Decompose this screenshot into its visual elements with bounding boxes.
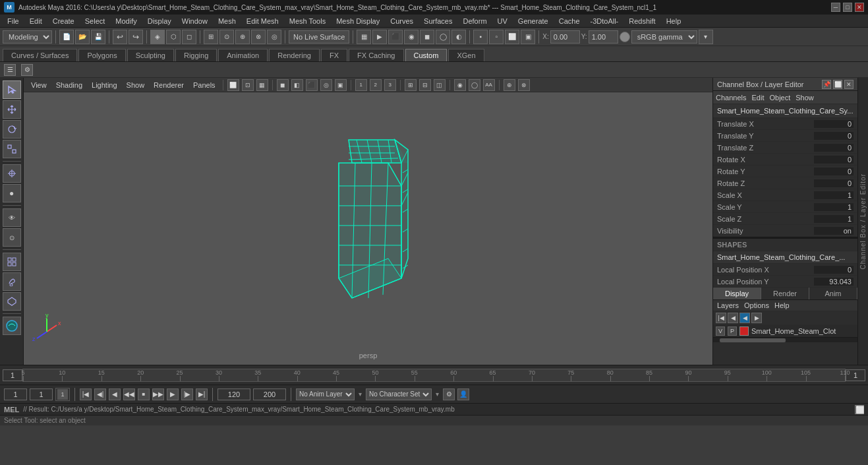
isolate-select-button[interactable]: ⊞ bbox=[405, 79, 417, 91]
wireframe-shade-button[interactable]: ⬛ bbox=[306, 79, 318, 91]
menu-3dtall[interactable]: -3DtoAll- bbox=[586, 16, 623, 26]
isolate-button[interactable]: ⊙ bbox=[3, 228, 21, 247]
paint-select-button[interactable]: ◻ bbox=[182, 30, 196, 44]
snap-grid-button[interactable]: ⊞ bbox=[204, 30, 218, 44]
max-frame-display[interactable] bbox=[253, 388, 286, 400]
anim-layer-select[interactable]: No Anim Layer bbox=[296, 388, 355, 400]
wireframe-on-shaded-button[interactable]: ◫ bbox=[434, 79, 446, 91]
viewport-menu-show[interactable]: Show bbox=[123, 81, 148, 89]
camera-filmgate-button[interactable]: ⬜ bbox=[227, 79, 239, 91]
shadow-button[interactable]: ◐ bbox=[451, 30, 466, 44]
prev-frame-button[interactable]: ◀ bbox=[109, 388, 121, 400]
channel-box-close-button[interactable]: ✕ bbox=[844, 80, 854, 89]
redo-button[interactable]: ↪ bbox=[129, 30, 143, 44]
snap-tools-button[interactable] bbox=[3, 317, 21, 335]
texture-view-button[interactable]: ▣ bbox=[335, 79, 347, 91]
minimize-button[interactable]: ─ bbox=[831, 3, 840, 12]
light-quality-button[interactable]: 1 bbox=[355, 79, 367, 91]
channel-value-scale-z[interactable] bbox=[814, 215, 854, 223]
menu-display[interactable]: Display bbox=[143, 16, 176, 26]
select-mode-button[interactable]: ◈ bbox=[150, 30, 165, 44]
play-forward-button[interactable]: ▶▶ bbox=[152, 388, 164, 400]
char-set-select[interactable]: No Character Set bbox=[366, 388, 432, 400]
display-quality-button[interactable]: 2 bbox=[370, 79, 382, 91]
viewport-menu-view[interactable]: View bbox=[28, 81, 50, 89]
attribute-editor-stripe[interactable]: Channel Box / Layer Editor bbox=[857, 78, 868, 365]
channel-value-translate-y[interactable] bbox=[814, 132, 854, 140]
lasso-select-button[interactable]: ⬡ bbox=[166, 30, 181, 44]
coord-x-input[interactable]: 0.00 bbox=[550, 30, 580, 44]
menu-file[interactable]: File bbox=[3, 16, 24, 26]
layer-playback-toggle[interactable]: P bbox=[728, 326, 737, 336]
playback-settings-button[interactable]: ⚙ bbox=[443, 388, 455, 400]
poly-tools-button[interactable] bbox=[3, 292, 21, 311]
wireframe-button[interactable]: ⬜ bbox=[505, 30, 519, 44]
animation-settings-button[interactable]: 👤 bbox=[457, 388, 469, 400]
settings-icon-gear[interactable]: ⚙ bbox=[21, 64, 33, 76]
go-start-button[interactable]: |◀ bbox=[80, 388, 92, 400]
step-back-button[interactable]: ◀| bbox=[94, 388, 106, 400]
layer-nav-add-button[interactable]: ◀ bbox=[739, 313, 750, 323]
selection-highlight-button[interactable]: ◯ bbox=[469, 79, 480, 91]
menu-uv[interactable]: UV bbox=[493, 16, 512, 26]
heads-up-display-button[interactable]: ◉ bbox=[454, 79, 466, 91]
viewport-menu-lighting[interactable]: Lighting bbox=[88, 81, 121, 89]
lp-menu-options[interactable]: Options bbox=[744, 301, 769, 309]
soft-select-button[interactable]: ● bbox=[3, 184, 21, 202]
rotate-tool-button[interactable] bbox=[3, 120, 21, 139]
workspace-select[interactable]: Modeling bbox=[3, 30, 52, 44]
step-forward-button[interactable]: |▶ bbox=[181, 388, 193, 400]
viewport-menu-panels[interactable]: Panels bbox=[190, 81, 219, 89]
menu-edit-mesh[interactable]: Edit Mesh bbox=[242, 16, 283, 26]
menu-curves[interactable]: Curves bbox=[386, 16, 418, 26]
dra-tab-anim[interactable]: Anim bbox=[809, 288, 857, 299]
tab-rigging[interactable]: Rigging bbox=[175, 49, 217, 61]
tab-custom[interactable]: Custom bbox=[405, 49, 448, 61]
component-editor-button[interactable] bbox=[3, 253, 21, 271]
color-options-button[interactable]: ▾ bbox=[699, 30, 713, 44]
menu-modify[interactable]: Modify bbox=[111, 16, 141, 26]
layer-nav-first-button[interactable]: |◀ bbox=[716, 313, 726, 323]
status-icon[interactable]: ⬜ bbox=[855, 405, 864, 414]
save-file-button[interactable]: 💾 bbox=[91, 30, 105, 44]
lp-menu-help[interactable]: Help bbox=[774, 301, 790, 309]
no-live-surface-button[interactable]: No Live Surface bbox=[289, 30, 349, 44]
tab-fx-caching[interactable]: FX Caching bbox=[349, 49, 403, 61]
tab-rendering[interactable]: Rendering bbox=[269, 49, 320, 61]
tab-polygons[interactable]: Polygons bbox=[78, 49, 125, 61]
menu-surfaces[interactable]: Surfaces bbox=[419, 16, 457, 26]
dra-tab-render[interactable]: Render bbox=[761, 288, 809, 299]
snap-view-button[interactable]: ◎ bbox=[267, 30, 281, 44]
channel-value-rotate-x[interactable] bbox=[814, 156, 854, 164]
camera-settings-button[interactable]: ⊡ bbox=[242, 79, 254, 91]
menu-mesh-tools[interactable]: Mesh Tools bbox=[285, 16, 330, 26]
menu-mesh-display[interactable]: Mesh Display bbox=[332, 16, 384, 26]
camera-button[interactable]: ◼ bbox=[420, 30, 434, 44]
show-hide-button[interactable]: 👁 bbox=[3, 208, 21, 227]
color-space-select[interactable]: sRGB gamma bbox=[631, 30, 697, 44]
tab-fx[interactable]: FX bbox=[321, 49, 347, 61]
channel-value-local-pos-y[interactable] bbox=[814, 278, 854, 286]
new-file-button[interactable]: 📄 bbox=[59, 30, 74, 44]
cb-menu-show[interactable]: Show bbox=[796, 94, 814, 102]
history-button[interactable]: ▦ bbox=[357, 30, 371, 44]
play-back-button[interactable]: ◀◀ bbox=[123, 388, 135, 400]
timeline-track[interactable]: 5101520253035404550556065707580859095100… bbox=[22, 369, 846, 382]
grid-toggle-button[interactable]: ▦ bbox=[256, 79, 268, 91]
tab-xgen[interactable]: XGen bbox=[448, 49, 484, 61]
viewport-menu-shading[interactable]: Shading bbox=[53, 81, 86, 89]
texture-button[interactable]: ▣ bbox=[521, 30, 535, 44]
universal-tool-button[interactable] bbox=[3, 164, 21, 183]
menu-mesh[interactable]: Mesh bbox=[214, 16, 241, 26]
menu-deform[interactable]: Deform bbox=[458, 16, 491, 26]
xray-button[interactable]: ◎ bbox=[320, 79, 332, 91]
channel-value-rotate-z[interactable] bbox=[814, 179, 854, 187]
show-all-button[interactable]: ⊟ bbox=[419, 79, 431, 91]
layer-nav-next-button[interactable]: ▶ bbox=[751, 313, 762, 323]
undo-button[interactable]: ↩ bbox=[113, 30, 127, 44]
go-end-button[interactable]: ▶| bbox=[196, 388, 208, 400]
channel-value-scale-y[interactable] bbox=[814, 203, 854, 211]
flat-shade-button[interactable]: ◧ bbox=[291, 79, 303, 91]
tab-animation[interactable]: Animation bbox=[218, 49, 268, 61]
channel-value-translate-x[interactable] bbox=[814, 120, 854, 128]
